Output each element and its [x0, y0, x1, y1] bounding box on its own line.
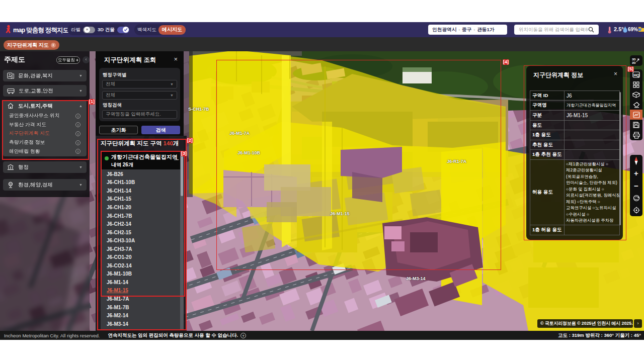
svg-text:3D: 3D	[632, 58, 636, 61]
svg-text:2D: 2D	[632, 61, 636, 64]
svg-text:HQ: HQ	[634, 72, 639, 77]
